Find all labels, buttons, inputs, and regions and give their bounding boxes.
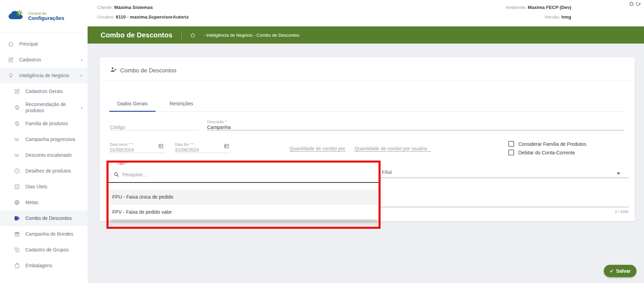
sidebar-item-principal[interactable]: Principal	[0, 36, 88, 52]
sidebar-item-label: Campanha progressiva	[25, 134, 83, 144]
sidebar-item-combo-de-descontos[interactable]: Combo de Descontos	[0, 210, 88, 226]
logout-icon[interactable]	[635, 1, 641, 7]
active-tab-indicator	[109, 111, 156, 112]
tipo-label: Tipo *	[117, 161, 127, 165]
sidebar-item-label: Metas	[25, 197, 83, 208]
chevron-down-icon: ›	[79, 74, 85, 76]
client-value: Máxima Sistemas	[114, 5, 153, 10]
logo-line2: Configurações	[28, 15, 64, 21]
sidebar-item-label: Embalagens	[25, 260, 83, 271]
target-icon	[14, 199, 20, 206]
sidebar-item-detalhes-de-produtos[interactable]: Detalhes de produtos	[0, 163, 88, 179]
environment-info: Ambiente: Maxima FECP (Dev)	[506, 5, 571, 10]
tab-dados-gerais[interactable]: Dados Gerais	[109, 96, 156, 111]
calendar-icon[interactable]	[224, 143, 229, 149]
sidebar-item-familia-de-produtos[interactable]: Família de produtos	[0, 116, 88, 131]
dropdown-search-input[interactable]	[122, 172, 356, 177]
home-icon[interactable]	[629, 1, 634, 7]
codigo-input[interactable]	[110, 125, 199, 130]
user-edit-icon	[110, 66, 117, 75]
sidebar-item-desconto-escalonado[interactable]: Desconto escalonado	[0, 147, 88, 163]
sidebar-item-campanha-de-brindes[interactable]: Campanha de Brindes	[0, 226, 88, 242]
lightbulb-icon	[8, 72, 14, 79]
page-header: Combo de Descontos - Inteligência de Neg…	[88, 26, 644, 44]
descricao-input[interactable]	[207, 125, 624, 130]
checkbox-debitar-do-conta-corrente[interactable]: Debitar do Conta-Corrente	[508, 150, 575, 155]
sidebar-item-label: Principal	[19, 39, 83, 49]
checkbox-considerar-familia-de-produtos[interactable]: Considerar Família de Produtos	[508, 141, 586, 147]
descricao-label: Descrição *	[207, 120, 226, 124]
qtd-combo-cliente-input[interactable]	[290, 146, 346, 152]
version-value: hmg	[562, 14, 572, 20]
app-logo-text: Central de Configurações	[28, 11, 64, 21]
filial-label: Filial	[382, 169, 392, 175]
breadcrumb-home-icon[interactable]	[190, 32, 196, 38]
home-icon	[8, 41, 14, 47]
waves-icon	[14, 152, 20, 158]
tipo-dropdown-panel: FPU - Faixa única de pedidoFPV - Faixa d…	[109, 163, 379, 220]
sidebar-item-label: Detalhes de produtos	[25, 166, 83, 176]
checkbox-label: Considerar Família de Produtos	[518, 141, 586, 147]
dropdown-arrow-icon[interactable]	[617, 173, 620, 175]
checkbox-icon[interactable]	[508, 150, 514, 155]
tab-restricoes[interactable]: Restrições	[156, 96, 207, 111]
waves-icon	[14, 136, 20, 143]
user-info: Usuário: 6110 - maxima.SupervisorAutoriz	[97, 14, 189, 20]
data-fim-label: Data fim * *	[175, 142, 194, 146]
gift-icon	[14, 231, 20, 237]
sidebar-item-label: Família de produtos	[25, 118, 83, 129]
save-button-label: Salvar	[616, 268, 631, 274]
header-divider	[181, 31, 182, 39]
sidebar-item-cadastros-gerais[interactable]: Cadastros Gerais	[0, 83, 88, 99]
cart-icon	[14, 120, 20, 127]
chevron-right-icon: ›	[81, 57, 83, 63]
groups-icon	[14, 247, 20, 253]
user-label: Usuário:	[97, 14, 114, 20]
save-button[interactable]: ✓ Salvar	[604, 265, 636, 277]
card-header: Combo de Descontos	[110, 66, 176, 75]
dropdown-option[interactable]: FPU - Faixa única de pedido	[109, 189, 379, 204]
check-icon: ✓	[610, 268, 614, 274]
tab-baseline	[109, 111, 625, 112]
dropdown-option[interactable]: FPV - Faixa de pedido valor	[109, 204, 379, 220]
environment-label: Ambiente:	[506, 5, 527, 10]
char-counter: 0 / 4000	[615, 210, 629, 214]
version-label: Versão:	[544, 14, 560, 20]
qtd-combo-usuario-input[interactable]	[354, 146, 431, 152]
edit-icon	[14, 88, 20, 95]
cloud-gear-logo-icon	[8, 10, 25, 23]
client-label: Cliente:	[97, 5, 113, 10]
card-divider	[100, 80, 635, 81]
sidebar-item-dias-uteis[interactable]: Dias Úteis	[0, 179, 88, 194]
dropdown-search	[113, 172, 368, 178]
sidebar-item-label: Combo de Descontos	[25, 213, 83, 223]
sidebar-item-metas[interactable]: Metas	[0, 194, 88, 210]
sidebar-item-label: Recomendação de produtos	[25, 99, 76, 116]
sidebar-item-inteligencia-de-negocio[interactable]: Inteligência de Negócio›	[0, 68, 88, 83]
cart-icon	[14, 104, 20, 111]
data-fim-input[interactable]	[175, 147, 230, 153]
data-inicio-input[interactable]	[110, 147, 166, 153]
environment-value: Maxima FECP (Dev)	[528, 5, 571, 10]
sidebar-item-cadastros[interactable]: Cadastros›	[0, 52, 88, 68]
search-underline	[109, 182, 379, 183]
sidebar-item-cadastro-de-grupos[interactable]: Cadastro de Grupos	[0, 242, 88, 258]
sidebar-item-campanha-progressiva[interactable]: Campanha progressiva	[0, 131, 88, 147]
info-icon	[14, 168, 20, 174]
topbar: Cliente: Máxima Sistemas Usuário: 6110 -…	[0, 0, 644, 26]
app-logo[interactable]: Central de Configurações	[0, 0, 88, 32]
dropdown-options: FPU - Faixa única de pedidoFPV - Faixa d…	[109, 189, 379, 220]
package-icon	[14, 262, 20, 269]
tag-icon	[14, 215, 20, 222]
calendar-check-icon	[14, 184, 20, 190]
sidebar-item-label: Cadastro de Grupos	[25, 245, 83, 255]
sidebar-item-embalagens[interactable]: Embalagens	[0, 258, 88, 273]
client-info: Cliente: Máxima Sistemas	[97, 5, 153, 10]
sidebar-item-label: Campanha de Brindes	[25, 229, 83, 239]
checkbox-icon[interactable]	[508, 141, 514, 147]
tab-bar: Dados GeraisRestrições	[109, 96, 207, 111]
breadcrumb: - Inteligência de Negócio - Combo de Des…	[203, 33, 300, 38]
sidebar-item-recomendacao-de-produtos[interactable]: Recomendação de produtos›	[0, 99, 88, 116]
sidebar-item-label: Cadastros Gerais	[25, 86, 83, 96]
calendar-icon[interactable]	[158, 143, 164, 149]
